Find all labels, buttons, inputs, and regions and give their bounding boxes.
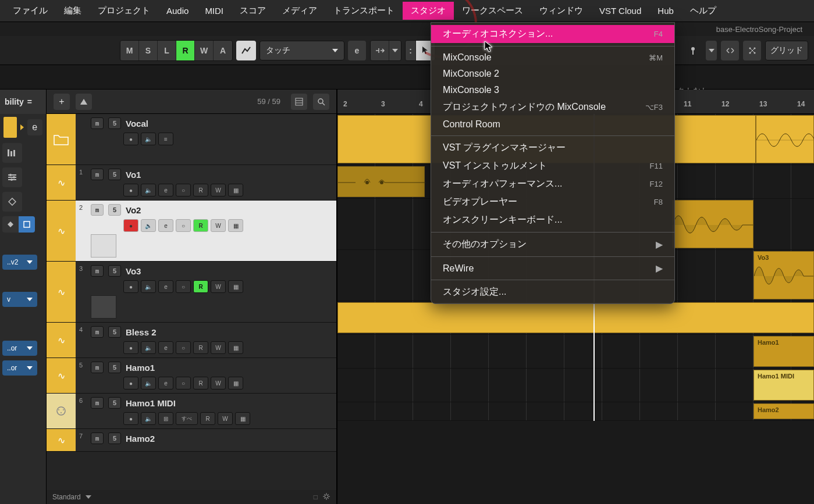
lanes-button[interactable]: ▦ [235, 412, 250, 425]
e-edit-icon[interactable]: e [27, 119, 42, 135]
menu-control-room[interactable]: Control Room [431, 116, 674, 133]
solo-all-button[interactable]: S [139, 41, 158, 60]
track-vo3[interactable]: ∿ 3 m 5 Vo3 ● 🔈 e ○ R W ▦ [47, 262, 336, 323]
read-button[interactable]: R [193, 341, 208, 354]
solo-button[interactable]: 5 [108, 265, 121, 277]
freeze-button[interactable]: ○ [176, 280, 191, 293]
audio-event[interactable] [337, 302, 814, 333]
freeze-button[interactable]: ○ [176, 184, 191, 196]
channel-button[interactable]: すべ [176, 412, 198, 425]
audio-event[interactable] [672, 200, 753, 248]
play-icon[interactable] [20, 124, 24, 130]
record-button[interactable]: ● [123, 184, 138, 196]
menu-transport[interactable]: トランスポート [325, 2, 403, 20]
read-button[interactable]: R [200, 412, 215, 425]
solo-button[interactable]: 5 [108, 362, 121, 373]
freeze-button[interactable]: ○ [176, 219, 191, 232]
menu-workspace[interactable]: ワークスペース [454, 2, 531, 20]
menu-video-player[interactable]: ビデオプレーヤーF8 [431, 193, 674, 211]
snap-button[interactable] [721, 41, 740, 60]
mute-button[interactable]: m [91, 204, 104, 216]
lanes-button[interactable]: ▦ [228, 377, 243, 389]
menu-other-options[interactable]: その他のオプション▶ [431, 235, 674, 253]
monitor-button[interactable]: 🔈 [141, 280, 156, 293]
mute-button[interactable]: m [91, 362, 104, 373]
menu-audio[interactable]: Audio [158, 2, 197, 19]
menu-vstcloud[interactable]: VST Cloud [591, 2, 649, 19]
diamond-icon[interactable] [2, 192, 22, 212]
menu-button[interactable]: ≡ [158, 133, 173, 145]
menu-window[interactable]: ウィンドウ [531, 2, 591, 20]
preset-label[interactable]: Standard [52, 493, 81, 501]
event-row-hamo1[interactable]: Hamo1 [337, 335, 814, 369]
edit-button[interactable]: e [158, 377, 173, 389]
menu-project[interactable]: プロジェクト [90, 2, 158, 20]
read-button[interactable]: R [193, 219, 208, 232]
edit-button[interactable]: e [158, 341, 173, 354]
autoscroll-dropdown[interactable] [389, 41, 401, 60]
preset-dropdown-icon[interactable] [86, 495, 91, 499]
tracklist-view-button[interactable] [291, 94, 307, 110]
record-button[interactable]: ● [123, 412, 138, 425]
menu-hub[interactable]: Hub [649, 2, 682, 19]
record-button[interactable]: ● [123, 219, 138, 232]
track-hamo1[interactable]: ∿ 5 m 5 Hamo1 ● 🔈 e ○ R W ▦ [47, 358, 336, 394]
audio-event[interactable]: Hamo2 [753, 403, 814, 419]
audio-event[interactable] [337, 166, 425, 197]
search-button[interactable] [313, 94, 329, 110]
square-icon[interactable] [19, 216, 35, 233]
preset-or-2[interactable]: ..or [2, 360, 37, 376]
track-hamo1-midi[interactable]: 6 m 5 Hamo1 MIDI ● 🔈 ⊞ すべ R W ▦ [47, 394, 336, 429]
menu-mixconsole2[interactable]: MixConsole 2 [431, 66, 674, 82]
read-automation-button[interactable]: R [176, 41, 195, 60]
lanes-button[interactable]: ▦ [228, 341, 243, 354]
mute-button[interactable]: m [91, 265, 104, 277]
e-button[interactable]: e [348, 41, 367, 60]
menu-mixconsole[interactable]: MixConsole⌘M [431, 49, 674, 66]
add-track-button[interactable]: + [54, 94, 70, 110]
mute-all-button[interactable]: M [120, 41, 139, 60]
monitor-button[interactable]: 🔈 [141, 341, 156, 354]
listen-button[interactable]: L [158, 41, 176, 60]
read-button[interactable]: R [193, 377, 208, 389]
freeze-button[interactable]: ○ [176, 341, 191, 354]
preset-v2[interactable]: ..v2 [2, 255, 37, 270]
menu-audio-connections[interactable]: オーディオコネクション...F4 [431, 25, 674, 43]
write-button[interactable]: W [211, 341, 226, 354]
monitor-button[interactable]: 🔈 [141, 133, 156, 145]
read-button[interactable]: R [193, 184, 208, 196]
zoom-out-icon[interactable]: □ [314, 493, 318, 501]
event-row-hamo1-midi[interactable]: Hamo1 MIDI [337, 369, 814, 402]
menu-mixconsole3[interactable]: MixConsole 3 [431, 82, 674, 98]
mute-button[interactable]: m [91, 117, 104, 129]
midi-event[interactable]: Hamo1 MIDI [753, 370, 814, 401]
solo-button[interactable]: 5 [108, 397, 121, 409]
edit-button[interactable]: e [158, 219, 173, 232]
monitor-button[interactable]: 🔈 [141, 219, 156, 232]
solo-button[interactable]: 5 [108, 117, 121, 129]
lanes-button[interactable]: ▦ [228, 184, 243, 196]
record-button[interactable]: ● [123, 341, 138, 354]
track-bless2[interactable]: ∿ 4 m 5 Bless 2 ● 🔈 e ○ R W ▦ [47, 323, 336, 358]
mute-button[interactable]: m [91, 432, 104, 444]
track-hamo2[interactable]: ∿ 7 m 5 Hamo2 [47, 429, 336, 452]
track-vocal-folder[interactable]: m 5 Vocal ● 🔈 ≡ [47, 114, 336, 165]
event-row-bless2[interactable] [337, 301, 814, 335]
write-button[interactable]: W [218, 412, 233, 425]
settings-gear-icon[interactable] [322, 492, 330, 502]
folder-event-end[interactable] [756, 115, 814, 163]
bars-icon[interactable] [2, 143, 22, 163]
write-button[interactable]: W [211, 377, 226, 389]
menu-help[interactable]: ヘルプ [682, 2, 724, 20]
marker-dropdown[interactable] [706, 41, 717, 60]
audio-event[interactable]: Vo3 [753, 251, 814, 299]
write-button[interactable]: W [211, 184, 226, 196]
track-presets-button[interactable] [76, 94, 92, 110]
menu-project-mixconsole[interactable]: プロジェクトウィンドウの MixConsole⌥F3 [431, 98, 674, 116]
menu-audio-performance[interactable]: オーディオパフォーマンス...F12 [431, 175, 674, 193]
solo-button[interactable]: 5 [108, 169, 121, 180]
menu-edit[interactable]: 編集 [56, 2, 90, 20]
menu-vst-instruments[interactable]: VST インストゥルメントF11 [431, 157, 674, 175]
drum-button[interactable]: ⊞ [158, 412, 173, 425]
menu-midi[interactable]: MIDI [197, 2, 232, 19]
